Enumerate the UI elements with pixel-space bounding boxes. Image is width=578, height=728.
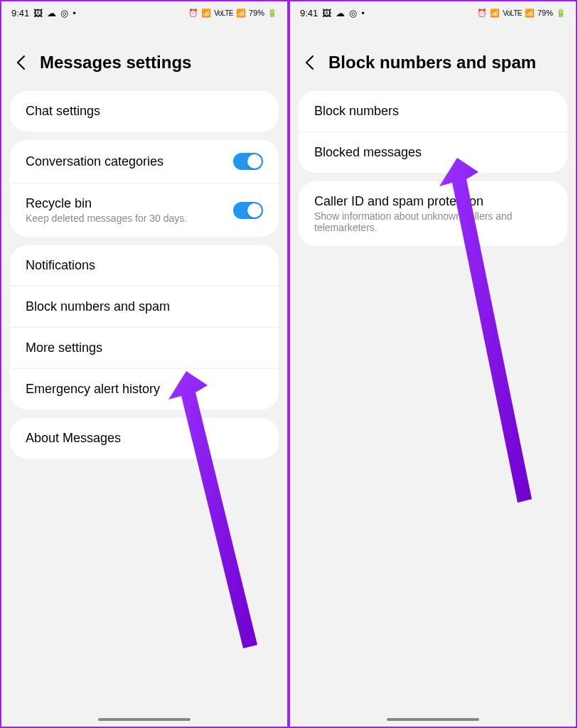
chat-settings-label: Chat settings xyxy=(26,104,263,119)
battery-percent: 79% xyxy=(249,9,264,17)
home-indicator[interactable] xyxy=(387,718,479,721)
status-bar: 9:41 🖼 ☁ ◎ • ⏰ 📶 VoLTE 📶 79% 🔋 xyxy=(290,1,576,24)
status-left: 9:41 🖼 ☁ ◎ • xyxy=(11,8,76,18)
dot-icon: • xyxy=(361,8,365,18)
alarm-icon: ⏰ xyxy=(188,9,198,18)
battery-icon: 🔋 xyxy=(267,9,277,18)
block-numbers-label: Block numbers xyxy=(314,104,552,119)
wifi-icon: 📶 xyxy=(201,9,211,18)
emergency-alert-row[interactable]: Emergency alert history xyxy=(10,369,279,410)
page-title: Block numbers and spam xyxy=(328,53,536,73)
lte-icon: VoLTE xyxy=(503,9,522,17)
caller-id-row[interactable]: Caller ID and spam protection Show infor… xyxy=(299,181,567,246)
status-left: 9:41 🖼 ☁ ◎ • xyxy=(300,8,365,18)
card-block: Block numbers Blocked messages xyxy=(299,91,567,173)
emergency-alert-label: Emergency alert history xyxy=(26,382,263,397)
recycle-bin-row[interactable]: Recycle bin Keep deleted messages for 30… xyxy=(10,183,279,237)
block-numbers-row[interactable]: Block numbers xyxy=(299,91,567,132)
card-notifications: Notifications Block numbers and spam Mor… xyxy=(10,245,279,410)
chevron-left-icon xyxy=(16,55,26,70)
picture-icon: 🖼 xyxy=(322,8,331,18)
status-time: 9:41 xyxy=(300,8,318,18)
chat-settings-row[interactable]: Chat settings xyxy=(10,91,279,132)
instagram-icon: ◎ xyxy=(349,8,357,18)
instagram-icon: ◎ xyxy=(60,8,68,18)
dot-icon: • xyxy=(73,8,76,18)
block-numbers-spam-row[interactable]: Block numbers and spam xyxy=(10,287,279,328)
blocked-messages-label: Blocked messages xyxy=(314,145,552,160)
back-button[interactable] xyxy=(13,55,28,70)
chevron-left-icon xyxy=(304,55,314,70)
about-messages-row[interactable]: About Messages xyxy=(10,418,279,459)
battery-percent: 79% xyxy=(537,9,553,17)
back-button[interactable] xyxy=(301,55,317,70)
status-right: ⏰ 📶 VoLTE 📶 79% 🔋 xyxy=(477,9,566,18)
card-callerid: Caller ID and spam protection Show infor… xyxy=(299,181,567,246)
left-phone-screen: 9:41 🖼 ☁ ◎ • ⏰ 📶 VoLTE 📶 79% 🔋 Messages … xyxy=(0,0,289,728)
more-settings-label: More settings xyxy=(26,341,263,355)
caller-id-label: Caller ID and spam protection xyxy=(314,194,552,209)
conversation-categories-row[interactable]: Conversation categories xyxy=(10,140,279,183)
more-settings-row[interactable]: More settings xyxy=(10,328,279,369)
about-messages-label: About Messages xyxy=(26,431,263,446)
right-phone-screen: 9:41 🖼 ☁ ◎ • ⏰ 📶 VoLTE 📶 79% 🔋 Block num… xyxy=(289,0,577,728)
signal-icon: 📶 xyxy=(525,9,535,18)
signal-icon: 📶 xyxy=(236,9,246,18)
cloud-icon: ☁ xyxy=(336,8,345,18)
card-chat-settings: Chat settings xyxy=(10,91,279,132)
picture-icon: 🖼 xyxy=(33,8,43,18)
notifications-label: Notifications xyxy=(26,258,263,273)
card-about: About Messages xyxy=(10,418,279,459)
block-numbers-spam-label: Block numbers and spam xyxy=(26,299,263,314)
caller-id-subtitle: Show information about unknown callers a… xyxy=(314,210,552,233)
notifications-row[interactable]: Notifications xyxy=(10,245,279,287)
header: Messages settings xyxy=(1,24,287,91)
card-conversation: Conversation categories Recycle bin Keep… xyxy=(10,140,279,237)
status-time: 9:41 xyxy=(11,8,29,18)
lte-icon: VoLTE xyxy=(214,9,233,17)
recycle-bin-subtitle: Keep deleted messages for 30 days. xyxy=(26,213,233,224)
recycle-bin-toggle[interactable] xyxy=(233,202,263,219)
conversation-categories-label: Conversation categories xyxy=(26,154,233,169)
wifi-icon: 📶 xyxy=(490,9,500,18)
battery-icon: 🔋 xyxy=(556,9,566,18)
status-right: ⏰ 📶 VoLTE 📶 79% 🔋 xyxy=(188,9,277,18)
cloud-icon: ☁ xyxy=(47,8,56,18)
status-bar: 9:41 🖼 ☁ ◎ • ⏰ 📶 VoLTE 📶 79% 🔋 xyxy=(1,1,287,24)
blocked-messages-row[interactable]: Blocked messages xyxy=(299,132,567,173)
page-title: Messages settings xyxy=(40,53,191,73)
header: Block numbers and spam xyxy=(290,24,576,91)
conversation-categories-toggle[interactable] xyxy=(233,153,263,170)
alarm-icon: ⏰ xyxy=(477,9,487,18)
recycle-bin-label: Recycle bin xyxy=(26,196,233,211)
home-indicator[interactable] xyxy=(98,718,191,721)
